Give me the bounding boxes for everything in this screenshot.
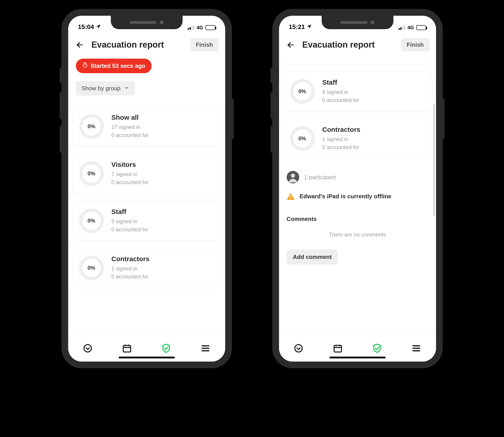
tab-shield-active[interactable] [160, 342, 172, 355]
page-header: Evacuation report Finish [279, 32, 436, 58]
card-signed-in: 9 signed in [322, 88, 359, 96]
phone-right: 15:21 4G Evacuation report Finish [272, 9, 443, 368]
location-icon [307, 23, 312, 30]
card-accounted: 0 accounted for [112, 273, 150, 281]
tab-calendar[interactable] [121, 342, 133, 355]
progress-pct: 0% [87, 123, 95, 129]
progress-pct: 0% [298, 135, 306, 142]
svg-rect-2 [123, 345, 131, 352]
battery-icon [416, 25, 426, 30]
card-accounted: 0 accounted for [112, 226, 149, 234]
clock-down-icon [83, 343, 93, 353]
home-indicator [330, 357, 386, 358]
calendar-icon [122, 343, 132, 353]
tab-shield-active[interactable] [371, 342, 383, 355]
progress-ring: 0% [290, 79, 315, 104]
card-accounted: 0 accounted for [322, 96, 359, 104]
svg-rect-6 [334, 345, 342, 352]
scrollbar[interactable] [433, 104, 435, 216]
menu-icon [411, 343, 421, 353]
partial-card-above [283, 58, 432, 65]
volume-up-button [60, 92, 62, 119]
card-signed-in: 1 signed in [322, 135, 361, 143]
card-title: Contractors [322, 126, 361, 133]
clock-down-icon [294, 343, 304, 353]
warning-icon [287, 193, 295, 200]
card-signed-in: 9 signed in [112, 217, 149, 226]
started-pill: Started 53 secs ago [76, 59, 152, 73]
card-signed-in: 17 signed in [112, 123, 149, 131]
add-comment-button[interactable]: Add comment [287, 249, 338, 265]
volume-down-button [60, 126, 62, 153]
group-card-contractors[interactable]: 0% Contractors 1 signed in 0 accounted f… [283, 119, 432, 158]
svg-point-1 [84, 345, 92, 352]
progress-ring: 0% [79, 114, 104, 139]
svg-point-5 [295, 345, 302, 352]
signal-icon [188, 25, 194, 30]
group-card-staff[interactable]: 0% Staff 9 signed in 0 accounted for [72, 201, 221, 240]
card-title: Contractors [112, 255, 150, 263]
progress-ring: 0% [79, 161, 104, 186]
started-pill-text: Started 53 secs ago [91, 62, 145, 70]
group-card-staff[interactable]: 0% Staff 9 signed in 0 accounted for [283, 72, 432, 111]
home-indicator [119, 357, 175, 358]
power-button [442, 99, 445, 139]
participants-text: 1 participant [304, 174, 336, 181]
battery-icon [205, 25, 215, 30]
progress-ring: 0% [79, 209, 104, 233]
stopwatch-icon [82, 62, 88, 70]
mute-switch [270, 67, 273, 83]
progress-pct: 0% [87, 218, 95, 224]
card-title: Staff [112, 208, 149, 216]
group-dropdown[interactable]: Show by group [76, 81, 135, 95]
dropdown-label: Show by group [82, 85, 120, 92]
arrow-left-icon [286, 40, 295, 50]
phone-left: 15:04 4G Evacuation report Finish [61, 9, 232, 368]
avatar [287, 171, 299, 183]
progress-pct: 0% [87, 170, 95, 177]
shield-check-icon [372, 343, 382, 353]
progress-ring: 0% [79, 256, 104, 280]
participants-row: 1 participant [279, 166, 436, 189]
progress-pct: 0% [298, 88, 306, 95]
location-icon [96, 23, 101, 30]
page-header: Evacuation report Finish [68, 32, 225, 58]
progress-pct: 0% [87, 265, 95, 271]
card-title: Show all [112, 114, 149, 121]
tab-menu[interactable] [199, 342, 212, 355]
tab-clock[interactable] [292, 342, 305, 355]
card-accounted: 0 accounted for [112, 178, 149, 186]
network-text: 4G [407, 25, 414, 30]
card-title: Visitors [112, 161, 149, 169]
signal-icon [399, 25, 405, 30]
page-title: Evacuation report [92, 40, 184, 50]
power-button [231, 99, 234, 139]
empty-comments-text: There are no comments [279, 229, 436, 245]
warning-row: Edward's iPad is currently offline [279, 189, 436, 204]
calendar-icon [333, 343, 343, 353]
page-title: Evacuation report [302, 40, 395, 50]
chevron-down-icon [124, 85, 129, 92]
shield-check-icon [161, 343, 171, 353]
clock-text: 15:21 [289, 23, 305, 30]
back-button[interactable] [285, 40, 296, 50]
group-card-show-all[interactable]: 0% Show all 17 signed in 0 accounted for [72, 107, 221, 146]
mute-switch [60, 67, 62, 83]
tab-calendar[interactable] [332, 342, 344, 355]
notch [322, 16, 393, 29]
back-button[interactable] [75, 40, 85, 50]
tab-clock[interactable] [81, 342, 94, 355]
progress-ring: 0% [290, 126, 315, 151]
finish-button[interactable]: Finish [401, 38, 430, 51]
group-card-visitors[interactable]: 0% Visitors 7 signed in 0 accounted for [72, 154, 221, 193]
notch [111, 16, 183, 29]
warning-text: Edward's iPad is currently offline [300, 193, 391, 200]
group-card-contractors[interactable]: 0% Contractors 1 signed in 0 accounted f… [72, 248, 221, 288]
comments-header: Comments [279, 204, 436, 229]
card-signed-in: 1 signed in [112, 265, 150, 273]
volume-up-button [270, 92, 273, 119]
finish-button[interactable]: Finish [190, 38, 219, 51]
clock-text: 15:04 [78, 23, 94, 30]
tab-menu[interactable] [410, 342, 423, 355]
network-text: 4G [197, 25, 203, 30]
